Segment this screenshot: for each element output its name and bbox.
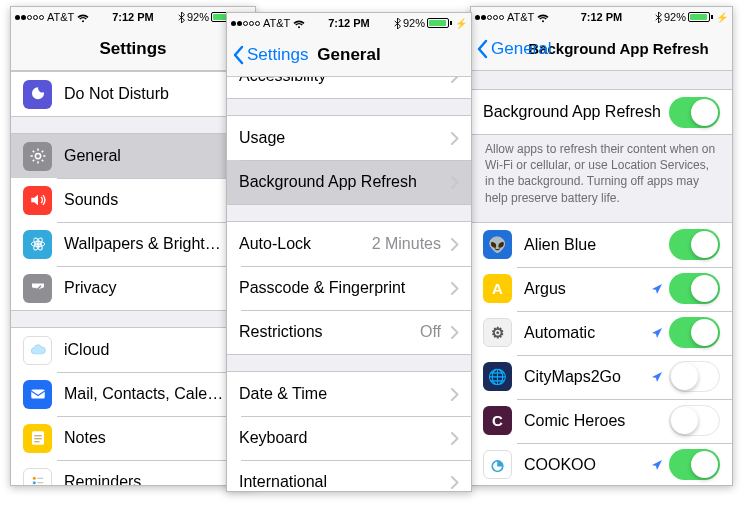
cell-notes[interactable]: Notes xyxy=(11,416,255,460)
back-button[interactable]: Settings xyxy=(233,33,308,76)
cell-international[interactable]: International xyxy=(227,460,471,491)
master-switch[interactable] xyxy=(669,97,720,128)
app-cell-argus: AArgus xyxy=(471,267,732,311)
background-app-refresh-screen: AT&T7:12 PM92%⚡GeneralBackground App Ref… xyxy=(470,6,733,486)
battery-pct: 92% xyxy=(403,17,425,29)
status-bar: AT&T7:12 PM92%⚡ xyxy=(227,13,471,33)
back-label: Settings xyxy=(247,45,308,65)
cell-restrictions[interactable]: RestrictionsOff xyxy=(227,310,471,354)
stage: AT&T7:12 PM92%⚡SettingsDo Not DisturbGen… xyxy=(0,0,741,505)
cell-label: Sounds xyxy=(64,191,229,209)
master-label: Background App Refresh xyxy=(483,103,669,121)
sounds-icon xyxy=(23,186,52,215)
svg-rect-5 xyxy=(31,390,45,399)
general-screen: AT&T7:12 PM92%⚡SettingsGeneralAccessibil… xyxy=(226,12,472,492)
app-switch-alienblue[interactable] xyxy=(669,229,720,260)
cell-label: Reminders xyxy=(64,473,229,485)
app-label: Argus xyxy=(524,280,651,298)
app-cell-comicheroes: CComic Heroes xyxy=(471,399,732,443)
cell-usage[interactable]: Usage xyxy=(227,116,471,160)
signal-dots-icon xyxy=(15,15,44,20)
cell-icloud[interactable]: iCloud xyxy=(11,328,255,372)
carrier-label: AT&T xyxy=(47,11,74,23)
app-label: Comic Heroes xyxy=(524,412,669,430)
app-switch-argus[interactable] xyxy=(669,273,720,304)
content[interactable]: AccessibilityUsageBackground App Refresh… xyxy=(227,77,471,491)
chevron-right-icon xyxy=(451,238,459,251)
navbar: Settings xyxy=(11,27,255,71)
cell-label: International xyxy=(239,473,445,491)
cell-passcode[interactable]: Passcode & Fingerprint xyxy=(227,266,471,310)
dnd-icon xyxy=(23,80,52,109)
status-left: AT&T xyxy=(475,11,549,23)
bluetooth-icon xyxy=(178,12,185,23)
general-group: Auto-Lock2 MinutesPasscode & Fingerprint… xyxy=(227,221,471,355)
wifi-icon xyxy=(537,13,549,22)
status-left: AT&T xyxy=(231,17,305,29)
cell-autolock[interactable]: Auto-Lock2 Minutes xyxy=(227,222,471,266)
cell-label: Usage xyxy=(239,129,445,147)
cell-keyboard[interactable]: Keyboard xyxy=(227,416,471,460)
back-button[interactable]: General xyxy=(477,27,551,70)
location-icon xyxy=(651,459,663,471)
status-time: 7:12 PM xyxy=(581,11,623,23)
content[interactable]: Background App RefreshAllow apps to refr… xyxy=(471,71,732,485)
status-bar: AT&T7:12 PM92%⚡ xyxy=(11,7,255,27)
settings-group: iCloudMail, Contacts, CalendarsNotesRemi… xyxy=(11,327,255,485)
navbar: GeneralBackground App Refresh xyxy=(471,27,732,71)
cell-label: Mail, Contacts, Calendars xyxy=(64,385,229,403)
cell-datetime[interactable]: Date & Time xyxy=(227,372,471,416)
app-switch-automatic[interactable] xyxy=(669,317,720,348)
app-cell-alienblue: 👽Alien Blue xyxy=(471,223,732,267)
app-switch-cookoo[interactable] xyxy=(669,449,720,480)
cell-label: Privacy xyxy=(64,279,229,297)
nav-title: Background App Refresh xyxy=(528,40,708,57)
cell-general[interactable]: General xyxy=(11,134,255,178)
cell-label: Restrictions xyxy=(239,323,420,341)
carrier-label: AT&T xyxy=(507,11,534,23)
location-icon xyxy=(651,283,663,295)
app-switch-citymaps2go[interactable] xyxy=(669,361,720,392)
settings-group: Do Not Disturb xyxy=(11,71,255,117)
cell-sounds[interactable]: Sounds xyxy=(11,178,255,222)
charging-icon: ⚡ xyxy=(716,12,728,23)
cell-accessibility[interactable]: Accessibility xyxy=(227,77,471,98)
signal-dots-icon xyxy=(475,15,504,20)
notes-icon xyxy=(23,424,52,453)
cell-label: Background App Refresh xyxy=(239,173,445,191)
cell-wallpapers[interactable]: Wallpapers & Brightness xyxy=(11,222,255,266)
content[interactable]: Do Not DisturbGeneralSoundsWallpapers & … xyxy=(11,71,255,485)
settings-screen: AT&T7:12 PM92%⚡SettingsDo Not DisturbGen… xyxy=(10,6,256,486)
app-cell-cookoo: ◔COOKOO xyxy=(471,443,732,485)
cell-label: Do Not Disturb xyxy=(64,85,229,103)
privacy-icon xyxy=(23,274,52,303)
cell-detail: 2 Minutes xyxy=(372,235,441,253)
chevron-right-icon xyxy=(451,432,459,445)
navbar: SettingsGeneral xyxy=(227,33,471,77)
cell-mail[interactable]: Mail, Contacts, Calendars xyxy=(11,372,255,416)
back-label: General xyxy=(491,39,551,59)
battery-pct: 92% xyxy=(664,11,686,23)
cell-privacy[interactable]: Privacy xyxy=(11,266,255,310)
reminders-icon xyxy=(23,468,52,486)
cell-label: Wallpapers & Brightness xyxy=(64,235,229,253)
apps-group: 👽Alien BlueAArgus⚙Automatic🌐CityMaps2GoC… xyxy=(471,222,732,485)
app-switch-comicheroes[interactable] xyxy=(669,405,720,436)
carrier-label: AT&T xyxy=(263,17,290,29)
master-cell: Background App Refresh xyxy=(471,90,732,134)
automatic-app-icon: ⚙ xyxy=(483,318,512,347)
nav-title: General xyxy=(317,45,380,65)
cell-label: Notes xyxy=(64,429,229,447)
footer-note: Allow apps to refresh their content when… xyxy=(471,135,732,206)
cell-bar[interactable]: Background App Refresh xyxy=(227,160,471,204)
chevron-right-icon xyxy=(451,132,459,145)
settings-group: GeneralSoundsWallpapers & BrightnessPriv… xyxy=(11,133,255,311)
app-cell-citymaps2go: 🌐CityMaps2Go xyxy=(471,355,732,399)
status-right: 92%⚡ xyxy=(655,11,728,23)
chevron-right-icon xyxy=(451,282,459,295)
comicheroes-app-icon: C xyxy=(483,406,512,435)
app-label: Alien Blue xyxy=(524,236,669,254)
cell-reminders[interactable]: Reminders xyxy=(11,460,255,485)
status-time: 7:12 PM xyxy=(112,11,154,23)
cell-dnd[interactable]: Do Not Disturb xyxy=(11,72,255,116)
